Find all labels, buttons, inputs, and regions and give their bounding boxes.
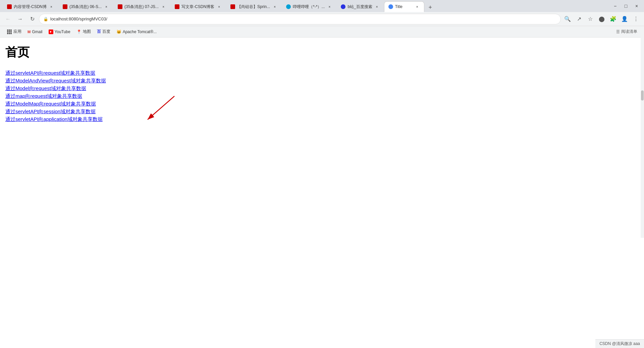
- tab-label-5: 【尚硅谷】Sprin...: [237, 4, 270, 10]
- tab-favicon-6: [286, 4, 291, 9]
- tab-close-3[interactable]: ×: [161, 4, 166, 9]
- tomcat-icon: 🐱: [116, 29, 121, 34]
- tab-favicon-2: [63, 4, 67, 9]
- tab-label-7: b站_百度搜索: [347, 4, 372, 10]
- tab-label-6: 哔哩哔哩（*-*）...: [293, 4, 325, 10]
- reading-mode-icon: ☰: [616, 29, 620, 34]
- apps-grid-icon: [7, 29, 12, 34]
- bookmark-button[interactable]: ☆: [585, 14, 596, 24]
- tab-close-5[interactable]: ×: [272, 4, 277, 9]
- back-button[interactable]: ←: [3, 14, 13, 24]
- tab-close-2[interactable]: ×: [104, 4, 109, 9]
- new-tab-button[interactable]: +: [426, 3, 435, 12]
- nav-bar: ← → ↻ 🔒 localhost:8080/springMVC03/ 🔍 ↗ …: [0, 12, 644, 26]
- forward-button[interactable]: →: [15, 14, 25, 24]
- link-3[interactable]: 通过map向request域对象共享数据: [5, 93, 82, 99]
- links-list: 通过servletAPI向request域对象共享数据 通过ModelAndVi…: [5, 70, 639, 123]
- tab-5[interactable]: 【尚硅谷】Sprin... ×: [226, 1, 282, 12]
- title-bar: 内容管理-CSDN博 × (35条消息) 06-S... × (35条消息) 0…: [0, 0, 644, 12]
- tab-close-4[interactable]: ×: [216, 4, 222, 9]
- tab-close-8[interactable]: ×: [415, 4, 420, 9]
- tab-1[interactable]: 内容管理-CSDN博 ×: [3, 1, 58, 12]
- menu-button[interactable]: ⋮: [631, 14, 641, 24]
- bookmark-baidu[interactable]: 百 百度: [94, 27, 113, 36]
- bookmark-apps-label: 应用: [13, 29, 21, 34]
- tab-label-4: 写文章-CSDN博客: [181, 4, 214, 10]
- bookmark-baidu-label: 百度: [102, 29, 110, 34]
- close-window-button[interactable]: ×: [632, 1, 641, 11]
- address-bar[interactable]: 🔒 localhost:8080/springMVC03/: [39, 14, 561, 24]
- bookmarks-bar: 应用 M Gmail YouTube 📍 地图 百 百度 🐱 Apache To…: [0, 26, 644, 38]
- bookmark-gmail[interactable]: M Gmail: [25, 28, 45, 36]
- search-button[interactable]: 🔍: [562, 14, 573, 24]
- scrollbar-thumb[interactable]: [641, 90, 644, 100]
- tab-favicon-4: [175, 4, 179, 9]
- bookmark-tomcat[interactable]: 🐱 Apache Tomcat®...: [114, 28, 159, 36]
- tab-close-1[interactable]: ×: [49, 4, 54, 9]
- reading-mode-label: 阅读清单: [621, 29, 637, 34]
- bookmark-youtube[interactable]: YouTube: [46, 28, 73, 36]
- tab-favicon-7: [341, 4, 345, 9]
- reading-mode-button[interactable]: ☰ 阅读清单: [613, 27, 640, 36]
- link-6[interactable]: 通过servletAPI向application域对象共享数据: [5, 116, 103, 123]
- lock-icon: 🔒: [43, 17, 48, 21]
- tabs-area: 内容管理-CSDN博 × (35条消息) 06-S... × (35条消息) 0…: [3, 0, 608, 12]
- bookmark-maps-label: 地图: [83, 29, 91, 34]
- tab-3[interactable]: (35条消息) 07-JS... ×: [113, 1, 170, 12]
- minimize-button[interactable]: −: [610, 1, 620, 11]
- profile-button[interactable]: 👤: [619, 14, 630, 24]
- tab-label-2: (35条消息) 06-S...: [69, 4, 102, 10]
- page-content: 首页 通过servletAPI向request域对象共享数据 通过ModelAn…: [0, 38, 644, 305]
- link-5[interactable]: 通过servletAPI向session域对象共享数据: [5, 109, 96, 115]
- tab-favicon-5: [230, 4, 235, 9]
- link-1[interactable]: 通过ModelAndView向request域对象共享数据: [5, 78, 106, 84]
- window-controls: − □ ×: [610, 1, 641, 11]
- tab-2[interactable]: (35条消息) 06-S... ×: [58, 1, 113, 12]
- tab-4[interactable]: 写文章-CSDN博客 ×: [170, 1, 226, 12]
- tab-label-8: Title: [395, 4, 413, 9]
- youtube-icon: [49, 29, 53, 34]
- link-0[interactable]: 通过servletAPI向request域对象共享数据: [5, 70, 95, 76]
- tab-close-7[interactable]: ×: [374, 4, 380, 9]
- tab-favicon-3: [118, 4, 122, 9]
- bookmark-maps[interactable]: 📍 地图: [74, 27, 94, 36]
- baidu-icon: 百: [97, 29, 101, 34]
- tab-favicon-8: [388, 4, 393, 9]
- scrollbar[interactable]: [641, 37, 644, 238]
- bookmark-gmail-label: Gmail: [32, 29, 42, 34]
- reload-button[interactable]: ↻: [27, 14, 38, 24]
- tab-7[interactable]: b站_百度搜索 ×: [336, 1, 384, 12]
- tab-6[interactable]: 哔哩哔哩（*-*）... ×: [282, 1, 336, 12]
- tab-8[interactable]: Title ×: [384, 1, 424, 12]
- maximize-button[interactable]: □: [621, 1, 631, 11]
- extensions-button[interactable]: 🧩: [608, 14, 619, 24]
- nav-actions: 🔍 ↗ ☆ ⬤ 🧩 👤 ⋮: [562, 14, 641, 24]
- link-4[interactable]: 通过ModelMap向request域对象共享数据: [5, 101, 96, 107]
- share-button[interactable]: ↗: [574, 14, 584, 24]
- maps-icon: 📍: [76, 29, 82, 34]
- tab-label-3: (35条消息) 07-JS...: [124, 4, 159, 10]
- bookmark-tomcat-label: Apache Tomcat®...: [123, 29, 157, 34]
- link-2[interactable]: 通过Model向request域对象共享数据: [5, 85, 86, 92]
- gmail-icon: M: [28, 30, 31, 34]
- tab-close-6[interactable]: ×: [327, 4, 332, 9]
- browser-chrome: 内容管理-CSDN博 × (35条消息) 06-S... × (35条消息) 0…: [0, 0, 644, 38]
- google-apps-button[interactable]: ⬤: [596, 14, 607, 24]
- tab-label-1: 内容管理-CSDN博: [14, 4, 47, 10]
- address-text: localhost:8080/springMVC03/: [50, 16, 556, 21]
- bookmark-apps[interactable]: 应用: [4, 27, 24, 36]
- page-title: 首页: [5, 44, 639, 61]
- tab-favicon-1: [7, 4, 12, 9]
- bookmark-youtube-label: YouTube: [55, 29, 70, 34]
